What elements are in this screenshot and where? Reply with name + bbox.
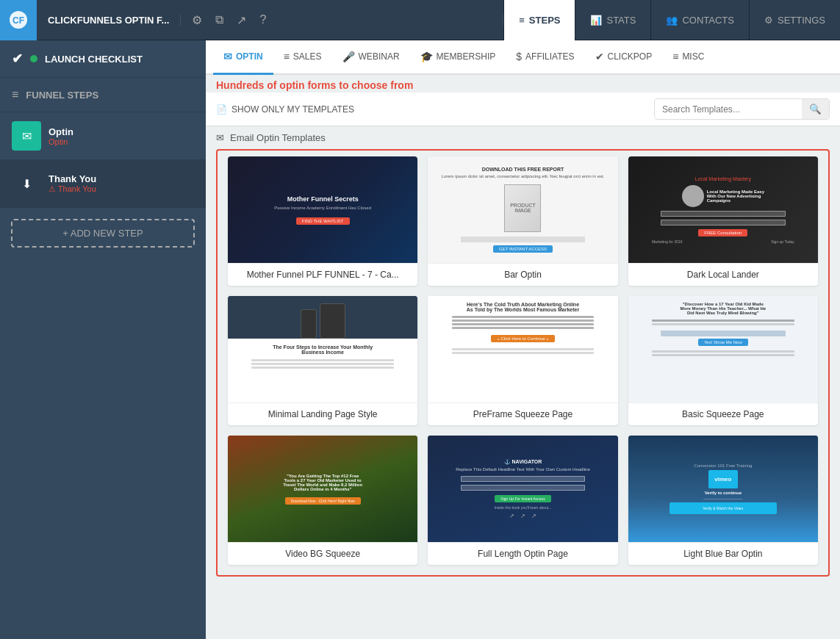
launch-checklist[interactable]: ✔ LAUNCH CHECKLIST <box>0 40 206 78</box>
tab-webinar[interactable]: 🎤 WEBINAR <box>332 40 410 75</box>
hint-text: Hundreds of optin forms to choose from <box>206 75 840 93</box>
svg-text:CF: CF <box>12 15 24 26</box>
optin-tab-icon: ✉ <box>223 51 232 62</box>
help-icon[interactable]: ? <box>259 13 266 26</box>
tab-clickpop[interactable]: ✔ CLICKPOP <box>585 40 663 75</box>
section-header: ✉ Email Optin Templates <box>206 126 840 149</box>
logo: CF <box>0 0 37 40</box>
tab-bar: ✉ OPTIN ≡ SALES 🎤 WEBINAR 🎓 MEMBERSHIP $… <box>206 40 840 75</box>
email-icon: ✉ <box>12 121 41 151</box>
template-card-8[interactable]: ⚓ NAVIGATOR Replace This Default Headlin… <box>428 436 617 565</box>
settings-icon: ⚙ <box>764 15 773 26</box>
template-name-2: Bar Optin <box>428 263 617 286</box>
template-name-5: PreFrame Squeeze Page <box>428 402 617 425</box>
logo-icon: CF <box>8 10 29 30</box>
template-card-3[interactable]: Local Marketing Mastery Local Marketing … <box>628 156 818 286</box>
tab-steps[interactable]: ≡ STEPS <box>503 0 575 40</box>
tab-misc[interactable]: ≡ MISC <box>662 40 714 75</box>
template-name-1: Mother Funnel PLF FUNNEL - 7 - Ca... <box>228 263 417 286</box>
template-card-7[interactable]: "You Are Getting The Top #12 FreeTools a… <box>228 436 417 565</box>
add-step-button[interactable]: + ADD NEW STEP <box>11 219 195 248</box>
top-nav: CF CLICKFUNNELS OPTIN F... ⚙ ⧉ ↗ ? ≡ STE… <box>0 0 840 40</box>
file-icon: 📄 <box>216 104 227 115</box>
template-name-7: Video BG Squeeze <box>228 542 417 565</box>
template-thumb-9: Conversion 101 Free Training vimeo Verif… <box>628 436 818 542</box>
template-card-1[interactable]: Mother Funnel Secrets Passive Income Aca… <box>228 156 417 286</box>
sidebar-item-optin[interactable]: ✉ Optin Optin <box>0 112 206 160</box>
external-icon[interactable]: ↗ <box>237 13 246 27</box>
show-templates-toggle[interactable]: 📄 SHOW ONLY MY TEMPLATES <box>216 104 354 115</box>
template-grid-wrapper: Mother Funnel Secrets Passive Income Aca… <box>216 149 830 577</box>
top-nav-tabs: ≡ STEPS 📊 STATS 👥 CONTACTS ⚙ SETTINGS <box>503 0 840 40</box>
template-thumb-8: ⚓ NAVIGATOR Replace This Default Headlin… <box>428 436 617 542</box>
tab-affiliates[interactable]: $ AFFILIATES <box>506 40 584 75</box>
template-name-6: Basic Squeeze Page <box>628 402 818 425</box>
template-name-8: Full Length Optin Page <box>428 542 617 565</box>
contacts-icon: 👥 <box>666 15 678 26</box>
template-thumb-4: The Four Steps to Increase Your MonthlyB… <box>228 296 417 402</box>
left-sidebar: ✔ LAUNCH CHECKLIST ≡ FUNNEL STEPS ✉ Opti… <box>0 40 206 639</box>
template-thumb-3: Local Marketing Mastery Local Marketing … <box>628 156 818 263</box>
top-nav-icons: ⚙ ⧉ ↗ ? <box>181 13 503 27</box>
main-layout: ✔ LAUNCH CHECKLIST ≡ FUNNEL STEPS ✉ Opti… <box>0 40 840 639</box>
link-icon[interactable]: ⚙ <box>192 13 202 27</box>
right-content: ✉ OPTIN ≡ SALES 🎤 WEBINAR 🎓 MEMBERSHIP $… <box>206 40 840 639</box>
search-box: 🔍 <box>654 98 830 120</box>
template-card-5[interactable]: Here's The Cold Truth About Marketing On… <box>428 296 617 425</box>
download-icon: ⬇ <box>12 169 41 198</box>
tab-membership[interactable]: 🎓 MEMBERSHIP <box>410 40 506 75</box>
tab-contacts[interactable]: 👥 CONTACTS <box>650 0 749 40</box>
template-thumb-6: "Discover How a 17 Year Old Kid MadeMore… <box>628 296 818 402</box>
tab-settings[interactable]: ⚙ SETTINGS <box>749 0 840 40</box>
toolbar: 📄 SHOW ONLY MY TEMPLATES 🔍 <box>206 93 840 126</box>
misc-tab-icon: ≡ <box>672 51 678 62</box>
template-card-2[interactable]: DOWNLOAD THIS FREE REPORT Lorem ipsum do… <box>428 156 617 286</box>
search-button[interactable]: 🔍 <box>802 99 829 119</box>
envelope-icon: ✉ <box>216 132 224 143</box>
template-thumb-1: Mother Funnel Secrets Passive Income Aca… <box>228 156 417 263</box>
stats-icon: 📊 <box>590 15 602 26</box>
clickpop-tab-icon: ✔ <box>595 51 604 62</box>
template-card-6[interactable]: "Discover How a 17 Year Old Kid MadeMore… <box>628 296 818 425</box>
template-thumb-7: "You Are Getting The Top #12 FreeTools a… <box>228 436 417 542</box>
template-card-4[interactable]: The Four Steps to Increase Your MonthlyB… <box>228 296 417 425</box>
steps-icon: ≡ <box>519 15 525 26</box>
copy-icon[interactable]: ⧉ <box>215 13 223 26</box>
status-dot <box>30 55 37 62</box>
tab-sales[interactable]: ≡ SALES <box>273 40 332 75</box>
search-input[interactable] <box>655 101 802 118</box>
template-name-4: Minimal Landing Page Style <box>228 402 417 425</box>
template-thumb-2: DOWNLOAD THIS FREE REPORT Lorem ipsum do… <box>428 156 617 263</box>
template-name-9: Light Blue Bar Optin <box>628 542 818 565</box>
funnel-steps-header: ≡ FUNNEL STEPS <box>0 78 206 112</box>
check-icon: ✔ <box>12 51 23 67</box>
template-thumb-5: Here's The Cold Truth About Marketing On… <box>428 296 617 402</box>
sales-tab-icon: ≡ <box>284 51 290 62</box>
sidebar-item-thankyou[interactable]: ⬇ Thank You ⚠ Thank You <box>0 160 206 208</box>
webinar-tab-icon: 🎤 <box>342 51 355 62</box>
app-title: CLICKFUNNELS OPTIN F... <box>37 15 181 26</box>
tab-stats[interactable]: 📊 STATS <box>575 0 650 40</box>
tab-optin[interactable]: ✉ OPTIN <box>213 40 273 75</box>
template-name-3: Dark Local Lander <box>628 263 818 286</box>
template-grid: Mother Funnel Secrets Passive Income Aca… <box>228 156 818 565</box>
hamburger-icon: ≡ <box>12 88 18 101</box>
affiliates-tab-icon: $ <box>516 51 522 62</box>
template-card-9[interactable]: Conversion 101 Free Training vimeo Verif… <box>628 436 818 565</box>
membership-tab-icon: 🎓 <box>420 51 433 62</box>
